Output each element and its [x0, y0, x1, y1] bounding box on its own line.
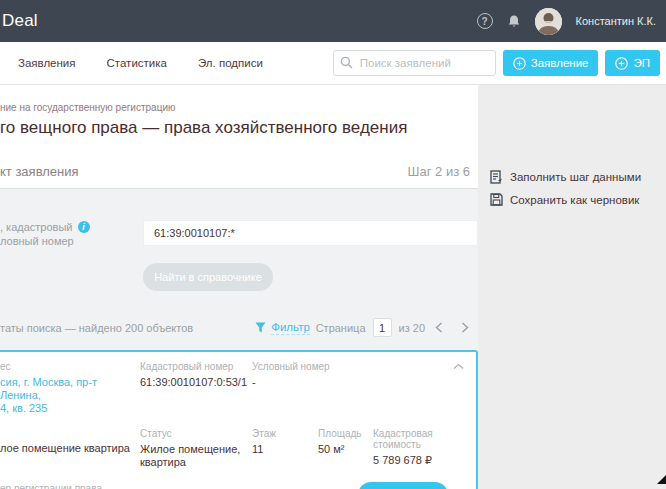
nav-item-applications[interactable]: Заявления [18, 57, 76, 69]
top-header: Deal ? Константин К.К. [0, 0, 666, 42]
page-title: го вещного права — права хозяйственного … [0, 118, 478, 138]
nav-item-statistics[interactable]: Статистика [107, 57, 167, 69]
address-cell: ес сия, г. Москва, пр-т Ленина, 4, кв. 2… [0, 361, 140, 415]
results-header: таты поиска — найдено 200 объектов Фильт… [0, 318, 478, 337]
cost-cell: Кадастровая стоимость 5 789 678 ₽ [373, 428, 476, 469]
app-logo[interactable]: Deal [2, 11, 38, 31]
cadastral-number-input[interactable] [143, 220, 478, 246]
user-avatar[interactable] [535, 8, 562, 35]
conditional-value: - [252, 376, 442, 389]
cadastral-label: Кадастровый номер [140, 361, 252, 372]
notifications-bell-icon[interactable] [507, 14, 521, 29]
main-column: ние на государственную регистрацию го ве… [0, 85, 478, 489]
header-actions: ? Константин К.К. [477, 8, 656, 35]
save-draft-action[interactable]: Сохранить как черновик [490, 193, 666, 206]
collapse-chevron-icon[interactable] [451, 361, 476, 415]
registration-label: ер регистрации права [0, 483, 102, 489]
next-page-icon[interactable] [458, 320, 472, 335]
nav-item-signatures[interactable]: Эл. подписи [198, 57, 263, 69]
section-header: кт заявления Шаг 2 из 6 [0, 164, 478, 189]
page-total: из 20 [399, 322, 425, 334]
cadastral-value: 61:39:0010107:0:53/1 [140, 376, 252, 389]
save-draft-icon [490, 193, 503, 206]
step-form-panel: , кадастровый i ловный номер Найти в спр… [0, 189, 478, 489]
conditional-cell: Условный номер - [252, 361, 442, 415]
address-link[interactable]: сия, г. Москва, пр-т Ленина, 4, кв. 235 [0, 376, 140, 415]
pagination: Страница 1 из 20 [316, 318, 472, 337]
select-button[interactable]: Выбрать [358, 482, 448, 489]
search-input[interactable] [333, 50, 496, 76]
filter-funnel-icon [255, 322, 266, 333]
page-label: Страница [316, 322, 366, 334]
floor-label: Этаж [252, 428, 318, 439]
user-name[interactable]: Константин К.К. [576, 15, 656, 27]
address-label: ес [0, 361, 140, 372]
floor-value: 11 [252, 443, 318, 456]
find-in-registry-button[interactable]: Найти в справочнике [143, 263, 273, 291]
app-window: Deal ? Константин К.К. Заявления Статист… [0, 0, 666, 489]
search-icon [340, 56, 353, 69]
new-signature-button[interactable]: ЭП [605, 50, 660, 76]
filter-control[interactable]: Фильтр [255, 321, 310, 335]
object-type-value: лое помещение квартира [0, 428, 140, 455]
help-icon[interactable]: ? [477, 13, 493, 29]
content-area: ние на государственную регистрацию го ве… [0, 85, 666, 489]
right-sidebar: Заполнить шаг данными Сохранить как черн… [478, 85, 666, 489]
area-value: 50 м² [318, 443, 373, 456]
cost-label: Кадастровая стоимость [373, 428, 476, 450]
nav-bar: Заявления Статистика Эл. подписи Заявлен… [0, 42, 666, 85]
conditional-label: Условный номер [252, 361, 442, 372]
cadastral-search-row: , кадастровый i ловный номер [0, 220, 478, 248]
section-title: кт заявления [0, 164, 79, 179]
fill-step-icon [490, 170, 503, 184]
plus-circle-icon [513, 57, 526, 70]
cadastral-field-label: , кадастровый i ловный номер [0, 220, 143, 248]
cost-value: 5 789 678 ₽ [373, 454, 476, 467]
object-type-cell: лое помещение квартира [0, 428, 140, 469]
status-label: Статус [140, 428, 252, 439]
nav-right-cluster: Заявление ЭП [333, 50, 660, 76]
floor-cell: Этаж 11 [252, 428, 318, 469]
fill-step-action[interactable]: Заполнить шаг данными [490, 170, 666, 184]
plus-circle-icon [615, 57, 628, 70]
result-card: ес сия, г. Москва, пр-т Ленина, 4, кв. 2… [0, 350, 478, 489]
area-cell: Площадь 50 м² [318, 428, 373, 469]
page-number-input[interactable]: 1 [373, 318, 392, 337]
step-indicator: Шаг 2 из 6 [408, 164, 470, 179]
status-value: Жилое помещение, квартира [140, 443, 244, 469]
info-icon[interactable]: i [78, 221, 90, 233]
results-summary: таты поиска — найдено 200 объектов [0, 322, 193, 334]
new-application-button[interactable]: Заявление [503, 50, 599, 76]
breadcrumb: ние на государственную регистрацию [0, 102, 478, 113]
nav-links: Заявления Статистика Эл. подписи [18, 57, 263, 69]
area-label: Площадь [318, 428, 373, 439]
cadastral-cell: Кадастровый номер 61:39:0010107:0:53/1 [140, 361, 252, 415]
search-box [333, 50, 496, 76]
prev-page-icon[interactable] [432, 320, 446, 335]
status-cell: Статус Жилое помещение, квартира [140, 428, 252, 469]
